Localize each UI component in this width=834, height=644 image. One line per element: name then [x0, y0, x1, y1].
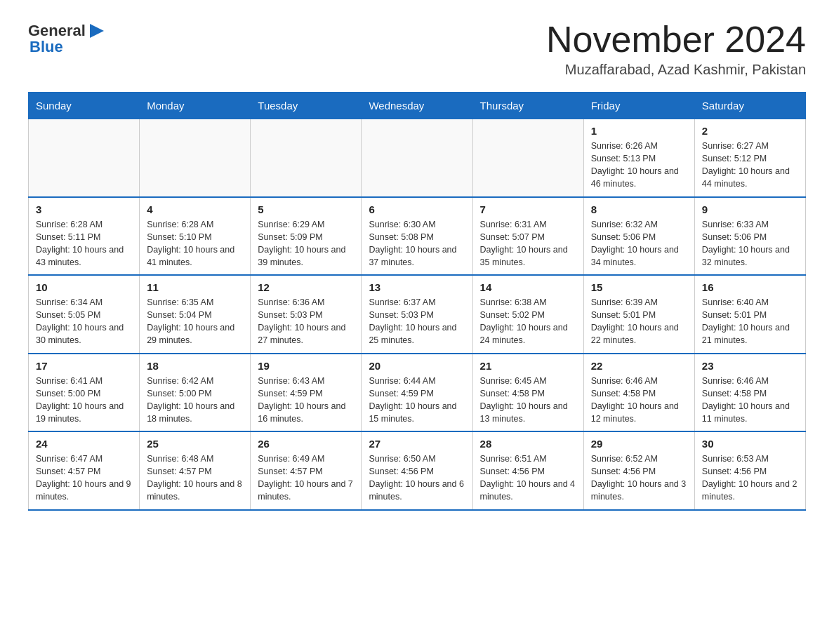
calendar-cell: 25Sunrise: 6:48 AM Sunset: 4:57 PM Dayli…	[140, 431, 251, 510]
calendar-cell	[472, 119, 583, 197]
weekday-header-thursday: Thursday	[472, 93, 583, 119]
day-info: Sunrise: 6:26 AM Sunset: 5:13 PM Dayligh…	[591, 140, 687, 191]
calendar-cell: 11Sunrise: 6:35 AM Sunset: 5:04 PM Dayli…	[140, 275, 251, 354]
day-number: 11	[147, 281, 243, 293]
day-number: 13	[369, 281, 465, 293]
day-number: 16	[702, 281, 798, 293]
calendar-cell: 16Sunrise: 6:40 AM Sunset: 5:01 PM Dayli…	[694, 275, 805, 354]
day-number: 25	[147, 438, 243, 450]
calendar-cell: 1Sunrise: 6:26 AM Sunset: 5:13 PM Daylig…	[583, 119, 694, 197]
day-number: 23	[702, 360, 798, 372]
calendar-cell: 20Sunrise: 6:44 AM Sunset: 4:59 PM Dayli…	[362, 354, 472, 432]
day-info: Sunrise: 6:47 AM Sunset: 4:57 PM Dayligh…	[36, 452, 132, 504]
day-info: Sunrise: 6:31 AM Sunset: 5:07 PM Dayligh…	[480, 218, 576, 269]
day-info: Sunrise: 6:36 AM Sunset: 5:03 PM Dayligh…	[258, 296, 354, 347]
day-info: Sunrise: 6:37 AM Sunset: 5:03 PM Dayligh…	[369, 296, 465, 347]
day-number: 17	[36, 360, 132, 372]
calendar-cell: 9Sunrise: 6:33 AM Sunset: 5:06 PM Daylig…	[694, 197, 805, 276]
month-title: November 2024	[546, 21, 806, 58]
calendar-body: 1Sunrise: 6:26 AM Sunset: 5:13 PM Daylig…	[29, 119, 806, 510]
day-info: Sunrise: 6:30 AM Sunset: 5:08 PM Dayligh…	[369, 218, 465, 269]
day-info: Sunrise: 6:28 AM Sunset: 5:11 PM Dayligh…	[36, 218, 132, 269]
day-number: 2	[702, 125, 798, 137]
title-block: November 2024 Muzaffarabad, Azad Kashmir…	[546, 21, 806, 78]
day-number: 20	[369, 360, 465, 372]
calendar-week-row: 1Sunrise: 6:26 AM Sunset: 5:13 PM Daylig…	[29, 119, 806, 197]
calendar-cell	[140, 119, 251, 197]
day-info: Sunrise: 6:48 AM Sunset: 4:57 PM Dayligh…	[147, 452, 243, 504]
day-info: Sunrise: 6:32 AM Sunset: 5:06 PM Dayligh…	[591, 218, 687, 269]
weekday-header-tuesday: Tuesday	[251, 93, 362, 119]
day-info: Sunrise: 6:49 AM Sunset: 4:57 PM Dayligh…	[258, 452, 354, 504]
weekday-header-monday: Monday	[140, 93, 251, 119]
day-info: Sunrise: 6:46 AM Sunset: 4:58 PM Dayligh…	[591, 375, 687, 426]
day-number: 3	[36, 203, 132, 215]
day-info: Sunrise: 6:42 AM Sunset: 5:00 PM Dayligh…	[147, 375, 243, 426]
day-info: Sunrise: 6:45 AM Sunset: 4:58 PM Dayligh…	[480, 375, 576, 426]
calendar-cell: 24Sunrise: 6:47 AM Sunset: 4:57 PM Dayli…	[29, 431, 140, 510]
calendar-cell: 23Sunrise: 6:46 AM Sunset: 4:58 PM Dayli…	[694, 354, 805, 432]
calendar-cell: 22Sunrise: 6:46 AM Sunset: 4:58 PM Dayli…	[583, 354, 694, 432]
page-header: General Blue November 2024 Muzaffarabad,…	[28, 21, 806, 78]
day-number: 9	[702, 203, 798, 215]
calendar-cell: 28Sunrise: 6:51 AM Sunset: 4:56 PM Dayli…	[472, 431, 583, 510]
calendar-cell: 12Sunrise: 6:36 AM Sunset: 5:03 PM Dayli…	[251, 275, 362, 354]
calendar-cell: 10Sunrise: 6:34 AM Sunset: 5:05 PM Dayli…	[29, 275, 140, 354]
calendar-table: SundayMondayTuesdayWednesdayThursdayFrid…	[28, 92, 806, 511]
calendar-week-row: 17Sunrise: 6:41 AM Sunset: 5:00 PM Dayli…	[29, 354, 806, 432]
day-info: Sunrise: 6:39 AM Sunset: 5:01 PM Dayligh…	[591, 296, 687, 347]
calendar-week-row: 3Sunrise: 6:28 AM Sunset: 5:11 PM Daylig…	[29, 197, 806, 276]
day-info: Sunrise: 6:34 AM Sunset: 5:05 PM Dayligh…	[36, 296, 132, 347]
calendar-cell: 26Sunrise: 6:49 AM Sunset: 4:57 PM Dayli…	[251, 431, 362, 510]
day-info: Sunrise: 6:52 AM Sunset: 4:56 PM Dayligh…	[591, 452, 687, 504]
calendar-cell: 5Sunrise: 6:29 AM Sunset: 5:09 PM Daylig…	[251, 197, 362, 276]
day-number: 1	[591, 125, 687, 137]
weekday-header-friday: Friday	[583, 93, 694, 119]
day-number: 26	[258, 438, 354, 450]
calendar-cell: 18Sunrise: 6:42 AM Sunset: 5:00 PM Dayli…	[140, 354, 251, 432]
calendar-cell: 21Sunrise: 6:45 AM Sunset: 4:58 PM Dayli…	[472, 354, 583, 432]
day-info: Sunrise: 6:50 AM Sunset: 4:56 PM Dayligh…	[369, 452, 465, 504]
calendar-cell: 7Sunrise: 6:31 AM Sunset: 5:07 PM Daylig…	[472, 197, 583, 276]
location-subtitle: Muzaffarabad, Azad Kashmir, Pakistan	[546, 62, 806, 78]
calendar-cell: 13Sunrise: 6:37 AM Sunset: 5:03 PM Dayli…	[362, 275, 472, 354]
weekday-header-wednesday: Wednesday	[362, 93, 472, 119]
calendar-week-row: 10Sunrise: 6:34 AM Sunset: 5:05 PM Dayli…	[29, 275, 806, 354]
day-info: Sunrise: 6:27 AM Sunset: 5:12 PM Dayligh…	[702, 140, 798, 191]
day-number: 27	[369, 438, 465, 450]
day-number: 28	[480, 438, 576, 450]
day-number: 14	[480, 281, 576, 293]
calendar-cell: 27Sunrise: 6:50 AM Sunset: 4:56 PM Dayli…	[362, 431, 472, 510]
weekday-header-saturday: Saturday	[694, 93, 805, 119]
day-number: 6	[369, 203, 465, 215]
day-number: 7	[480, 203, 576, 215]
calendar-cell: 15Sunrise: 6:39 AM Sunset: 5:01 PM Dayli…	[583, 275, 694, 354]
day-number: 5	[258, 203, 354, 215]
calendar-cell: 19Sunrise: 6:43 AM Sunset: 4:59 PM Dayli…	[251, 354, 362, 432]
day-info: Sunrise: 6:29 AM Sunset: 5:09 PM Dayligh…	[258, 218, 354, 269]
calendar-cell: 4Sunrise: 6:28 AM Sunset: 5:10 PM Daylig…	[140, 197, 251, 276]
day-number: 4	[147, 203, 243, 215]
calendar-cell: 8Sunrise: 6:32 AM Sunset: 5:06 PM Daylig…	[583, 197, 694, 276]
day-info: Sunrise: 6:35 AM Sunset: 5:04 PM Dayligh…	[147, 296, 243, 347]
day-number: 22	[591, 360, 687, 372]
day-info: Sunrise: 6:38 AM Sunset: 5:02 PM Dayligh…	[480, 296, 576, 347]
day-number: 24	[36, 438, 132, 450]
calendar-cell	[29, 119, 140, 197]
calendar-cell: 29Sunrise: 6:52 AM Sunset: 4:56 PM Dayli…	[583, 431, 694, 510]
day-number: 8	[591, 203, 687, 215]
calendar-cell: 17Sunrise: 6:41 AM Sunset: 5:00 PM Dayli…	[29, 354, 140, 432]
calendar-cell	[362, 119, 472, 197]
calendar-cell: 3Sunrise: 6:28 AM Sunset: 5:11 PM Daylig…	[29, 197, 140, 276]
day-number: 19	[258, 360, 354, 372]
day-info: Sunrise: 6:53 AM Sunset: 4:56 PM Dayligh…	[702, 452, 798, 504]
day-number: 18	[147, 360, 243, 372]
day-number: 21	[480, 360, 576, 372]
day-number: 12	[258, 281, 354, 293]
day-info: Sunrise: 6:44 AM Sunset: 4:59 PM Dayligh…	[369, 375, 465, 426]
svg-marker-0	[90, 24, 104, 38]
day-number: 10	[36, 281, 132, 293]
calendar-cell: 14Sunrise: 6:38 AM Sunset: 5:02 PM Dayli…	[472, 275, 583, 354]
calendar-cell: 30Sunrise: 6:53 AM Sunset: 4:56 PM Dayli…	[694, 431, 805, 510]
logo-triangle-icon	[87, 21, 107, 41]
